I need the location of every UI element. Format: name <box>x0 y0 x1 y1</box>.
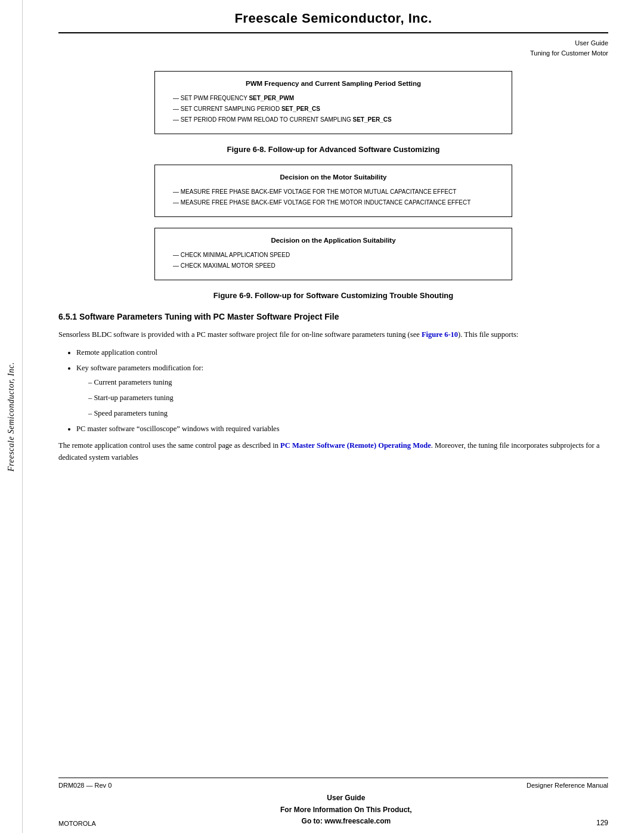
para1-text-start: Sensorless BLDC software is provided wit… <box>58 330 422 339</box>
figure9-box2: Decision on the Application Suitability … <box>154 228 512 280</box>
figure9-box1-title: Decision on the Motor Suitability <box>167 174 500 181</box>
figure610-link[interactable]: Figure 6-10 <box>422 330 458 339</box>
sidebar: Freescale Semiconductor, Inc. <box>0 0 23 833</box>
figure9-box1-item2: — MEASURE FREE PHASE BACK-EMF VOLTAGE FO… <box>167 197 500 208</box>
sub-bullet-3: Speed parameters tuning <box>88 407 608 419</box>
page-header: Freescale Semiconductor, Inc. <box>58 0 608 33</box>
footer-page-number: 129 <box>596 819 608 827</box>
top-right-info: User Guide Tuning for Customer Motor <box>58 33 608 60</box>
footer-promo2: Go to: www.freescale.com <box>280 816 412 827</box>
footer-top: DRM028 — Rev 0 Designer Reference Manual <box>58 778 608 789</box>
main-content: Freescale Semiconductor, Inc. User Guide… <box>23 0 644 463</box>
figure9-box1-item1: — MEASURE FREE PHASE BACK-EMF VOLTAGE FO… <box>167 187 500 197</box>
section-651-para2: The remote application control uses the … <box>58 439 608 463</box>
figure8-box-title: PWM Frequency and Current Sampling Perio… <box>167 80 500 87</box>
pc-master-link[interactable]: PC Master Software (Remote) Operating Mo… <box>280 441 431 450</box>
sidebar-label: Freescale Semiconductor, Inc. <box>7 362 16 471</box>
figure8-bold-2: SET_PER_CS <box>281 106 320 112</box>
figure9-box2-item2: — CHECK MAXIMAL MOTOR SPEED <box>167 261 500 271</box>
sub-bullet-list: Current parameters tuning Start-up param… <box>88 376 608 419</box>
section-651-para1: Sensorless BLDC software is provided wit… <box>58 329 608 340</box>
figure8-item-3: — SET PERIOD FROM PWM RELOAD TO CURRENT … <box>167 114 500 125</box>
figure8-item-2: — SET CURRENT SAMPLING PERIOD SET_PER_CS <box>167 104 500 114</box>
section-651-heading: 6.5.1 Software Parameters Tuning with PC… <box>58 312 608 321</box>
footer-motorola: MOTOROLA <box>58 820 96 827</box>
page-container: Freescale Semiconductor, Inc. Freescale … <box>0 0 644 833</box>
footer-bottom: MOTOROLA User Guide For More Information… <box>58 792 608 833</box>
figure9-box2-item1: — CHECK MINIMAL APPLICATION SPEED <box>167 250 500 261</box>
figure9-box1: Decision on the Motor Suitability — MEAS… <box>154 165 512 217</box>
sub-bullet-2: Start-up parameters tuning <box>88 392 608 404</box>
footer-reference: Designer Reference Manual <box>527 782 608 789</box>
user-guide-label: User Guide <box>58 38 608 48</box>
sub-bullet-1: Current parameters tuning <box>88 376 608 388</box>
figure8-bold-1: SET_PER_PWM <box>249 95 294 101</box>
bullet-item-2: Key software parameters modification for… <box>76 362 608 419</box>
figure8-box: PWM Frequency and Current Sampling Perio… <box>154 71 512 134</box>
bullet-list: Remote application control Key software … <box>76 346 608 435</box>
footer: DRM028 — Rev 0 Designer Reference Manual… <box>23 778 644 833</box>
figure8-caption: Figure 6-8. Follow-up for Advanced Softw… <box>58 145 608 154</box>
figure9-caption: Figure 6-9. Follow-up for Software Custo… <box>58 291 608 300</box>
figure8-item-1: — SET PWM FREQUENCY SET_PER_PWM <box>167 93 500 104</box>
company-title: Freescale Semiconductor, Inc. <box>234 11 432 26</box>
footer-user-guide: User Guide <box>280 792 412 804</box>
figure9-box2-title: Decision on the Application Suitability <box>167 237 500 244</box>
footer-drm: DRM028 — Rev 0 <box>58 782 112 789</box>
footer-center: User Guide For More Information On This … <box>280 792 412 827</box>
bullet-item-3: PC master software “oscilloscope” window… <box>76 423 608 435</box>
bullet-item-1: Remote application control <box>76 346 608 358</box>
figure8-bold-3: SET_PER_CS <box>353 116 392 123</box>
footer-promo1: For More Information On This Product, <box>280 804 412 816</box>
tuning-label: Tuning for Customer Motor <box>58 48 608 58</box>
para2-text-start: The remote application control uses the … <box>58 441 280 450</box>
para1-text-end: ). This file supports: <box>458 330 518 339</box>
